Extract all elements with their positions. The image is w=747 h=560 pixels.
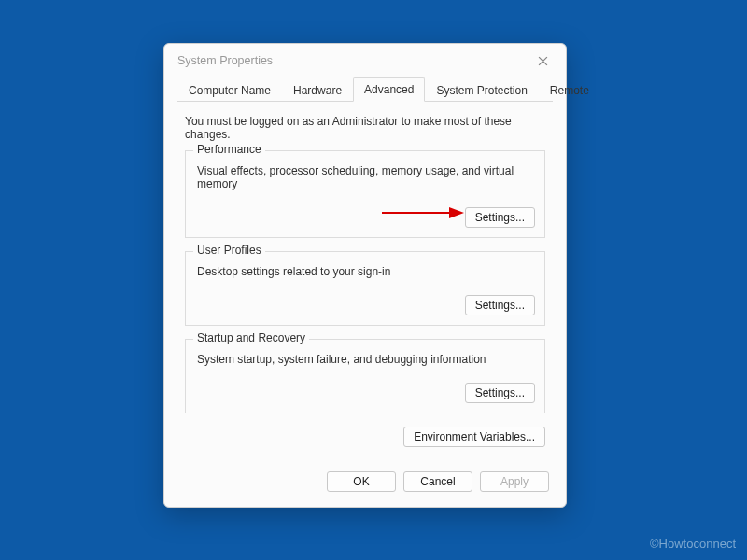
group-performance-desc: Visual effects, processor scheduling, me… [197,164,535,190]
group-startup-recovery-desc: System startup, system failure, and debu… [197,353,535,366]
startup-recovery-settings-button[interactable]: Settings... [465,383,535,403]
tab-strip: Computer Name Hardware Advanced System P… [177,77,553,102]
tab-remote[interactable]: Remote [539,78,600,102]
tab-content-advanced: You must be logged on as an Administrato… [164,102,566,466]
group-user-profiles-title: User Profiles [193,244,265,257]
window-title: System Properties [177,54,529,67]
ok-button[interactable]: OK [327,471,396,492]
group-startup-recovery-title: Startup and Recovery [193,331,309,344]
titlebar: System Properties [164,44,566,77]
cancel-button[interactable]: Cancel [403,471,472,492]
tab-system-protection[interactable]: System Protection [425,78,538,102]
close-button[interactable] [529,50,557,71]
tab-hardware[interactable]: Hardware [282,78,353,102]
watermark: ©Howtoconnect [650,537,736,551]
group-user-profiles-desc: Desktop settings related to your sign-in [197,265,535,278]
environment-variables-button[interactable]: Environment Variables... [403,427,545,447]
group-startup-recovery: Startup and Recovery System startup, sys… [185,339,545,413]
group-performance-title: Performance [193,143,265,156]
performance-settings-button[interactable]: Settings... [465,207,535,228]
group-user-profiles: User Profiles Desktop settings related t… [185,251,545,326]
close-icon [538,56,548,66]
system-properties-dialog: System Properties Computer Name Hardware… [163,43,567,508]
group-performance: Performance Visual effects, processor sc… [185,150,545,238]
user-profiles-settings-button[interactable]: Settings... [465,295,535,315]
tab-advanced[interactable]: Advanced [353,77,425,102]
apply-button[interactable]: Apply [480,471,549,492]
admin-notice: You must be logged on as an Administrato… [185,115,545,141]
dialog-footer: OK Cancel Apply [164,466,566,507]
tab-computer-name[interactable]: Computer Name [177,78,282,102]
